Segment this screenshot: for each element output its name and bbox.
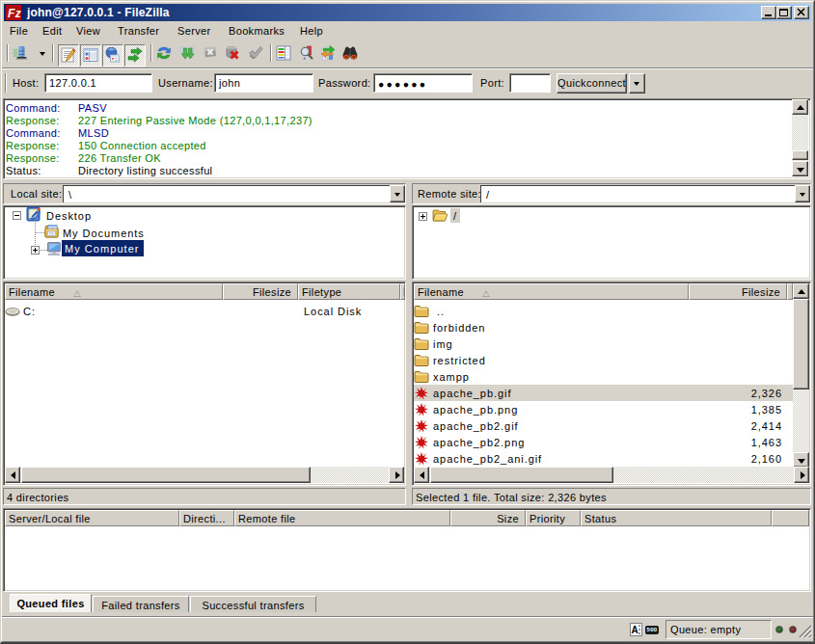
svg-text:A: A — [632, 625, 639, 635]
svg-text:Fz: Fz — [8, 7, 21, 20]
